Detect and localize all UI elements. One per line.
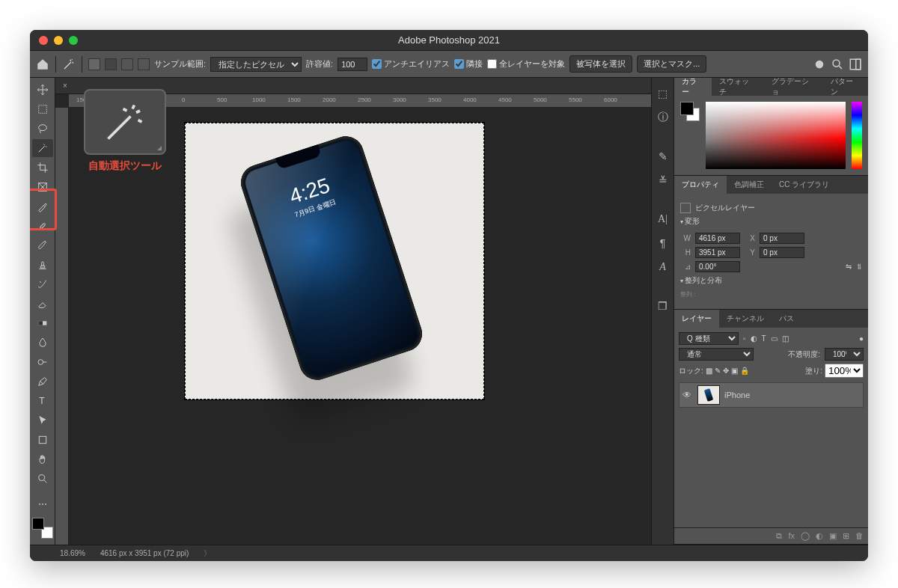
magic-wand-tool[interactable] bbox=[32, 139, 53, 157]
height-input[interactable] bbox=[695, 247, 740, 258]
blend-mode-select[interactable]: 通常 bbox=[679, 348, 754, 361]
color-fg-bg[interactable] bbox=[680, 102, 700, 121]
lock-trans-icon[interactable]: ▩ bbox=[706, 367, 712, 375]
blur-tool[interactable] bbox=[32, 334, 53, 352]
filter-type-icon[interactable]: T bbox=[762, 334, 766, 343]
layer-item[interactable]: 👁 iPhone bbox=[679, 382, 864, 408]
panel-paragraph-icon[interactable]: ¶ bbox=[655, 235, 671, 251]
magic-wand-preset-icon[interactable] bbox=[62, 58, 76, 71]
fill-select[interactable]: 100% bbox=[825, 364, 864, 378]
dodge-tool[interactable] bbox=[32, 353, 53, 371]
link-layers-icon[interactable]: ⧉ bbox=[776, 531, 782, 541]
type-tool[interactable]: T bbox=[32, 392, 53, 410]
frame-tool[interactable] bbox=[32, 178, 53, 196]
new-group-icon[interactable]: ▣ bbox=[829, 531, 837, 541]
layer-thumbnail[interactable] bbox=[697, 385, 720, 405]
transform-section[interactable]: 変形 bbox=[680, 213, 862, 230]
panel-adjustments-icon[interactable]: ≚ bbox=[655, 172, 671, 189]
lock-all-icon[interactable]: 🔒 bbox=[740, 367, 749, 375]
sample-size-select[interactable]: 指定したピクセル bbox=[210, 57, 302, 72]
tolerance-input[interactable] bbox=[337, 58, 367, 71]
lock-artboard-icon[interactable]: ▣ bbox=[731, 367, 738, 375]
crop-tool[interactable] bbox=[32, 159, 53, 177]
shape-tool[interactable] bbox=[32, 431, 53, 449]
workspace-icon[interactable] bbox=[849, 58, 862, 71]
selection-add-icon[interactable] bbox=[105, 58, 117, 70]
selection-new-icon[interactable] bbox=[88, 58, 100, 70]
tab-adjustments[interactable]: 色調補正 bbox=[727, 176, 772, 194]
tab-gradients[interactable]: グラデーショ bbox=[764, 78, 824, 96]
eyedropper-tool[interactable] bbox=[32, 197, 53, 215]
doc-tab[interactable]: × bbox=[55, 82, 75, 90]
all-layers-check[interactable]: 全レイヤーを対象 bbox=[487, 58, 565, 70]
filter-shape-icon[interactable]: ▭ bbox=[771, 334, 778, 343]
zoom-tool[interactable] bbox=[32, 470, 53, 488]
layer-mask-icon[interactable]: ◯ bbox=[801, 531, 810, 541]
opacity-select[interactable]: 100% bbox=[825, 348, 864, 361]
path-selection-tool[interactable] bbox=[32, 411, 53, 429]
tab-layers[interactable]: レイヤー bbox=[674, 310, 719, 328]
zoom-icon[interactable] bbox=[69, 36, 78, 45]
align-section[interactable]: 整列と分布 bbox=[680, 272, 862, 289]
selection-intersect-icon[interactable] bbox=[138, 58, 150, 70]
marquee-tool[interactable] bbox=[32, 100, 53, 118]
layer-fx-icon[interactable]: fx bbox=[788, 531, 795, 541]
tab-libraries[interactable]: CC ライブラリ bbox=[772, 176, 837, 194]
filter-smart-icon[interactable]: ◫ bbox=[782, 334, 789, 343]
filter-pixel-icon[interactable]: ▫ bbox=[743, 334, 746, 343]
healing-tool[interactable] bbox=[32, 217, 53, 235]
delete-layer-icon[interactable]: 🗑 bbox=[855, 531, 864, 541]
new-fill-icon[interactable]: ◐ bbox=[816, 531, 823, 541]
eraser-tool[interactable] bbox=[32, 295, 53, 313]
stamp-tool[interactable] bbox=[32, 256, 53, 274]
tab-color[interactable]: カラー bbox=[674, 78, 712, 96]
filter-toggle-icon[interactable]: ● bbox=[859, 334, 864, 343]
fg-bg-swatch[interactable] bbox=[32, 518, 53, 539]
angle-input[interactable] bbox=[695, 261, 740, 272]
select-subject-button[interactable]: 被写体を選択 bbox=[569, 55, 632, 73]
brush-tool[interactable] bbox=[32, 236, 53, 254]
width-input[interactable] bbox=[695, 233, 740, 244]
move-tool[interactable] bbox=[32, 81, 53, 99]
panel-character-icon[interactable]: A| bbox=[655, 211, 671, 227]
flip-v-icon[interactable]: ⥮ bbox=[856, 263, 862, 271]
x-input[interactable] bbox=[760, 233, 804, 244]
gradient-tool[interactable] bbox=[32, 314, 53, 332]
lasso-tool[interactable] bbox=[32, 120, 53, 138]
select-and-mask-button[interactable]: 選択とマスク... bbox=[637, 55, 706, 73]
hue-slider[interactable] bbox=[852, 102, 862, 169]
canvas[interactable]: 自動選択ツール 4:25 7月9日 金曜日 bbox=[69, 108, 651, 545]
edit-toolbar[interactable]: ⋯ bbox=[32, 495, 53, 513]
lock-paint-icon[interactable]: ✎ bbox=[715, 367, 721, 375]
layer-filter-select[interactable]: Q 種類 bbox=[679, 332, 739, 345]
search-icon[interactable] bbox=[831, 58, 844, 71]
minimize-icon[interactable] bbox=[54, 36, 63, 45]
new-layer-icon[interactable]: ⊞ bbox=[843, 531, 849, 541]
panel-info-icon[interactable]: ⓘ bbox=[655, 109, 671, 126]
tab-patterns[interactable]: パターン bbox=[823, 78, 868, 96]
pen-tool[interactable] bbox=[32, 373, 53, 391]
panel-glyphs-icon[interactable]: A bbox=[655, 259, 671, 275]
tab-channels[interactable]: チャンネル bbox=[719, 310, 772, 328]
filter-adjust-icon[interactable]: ◐ bbox=[751, 334, 757, 343]
selection-subtract-icon[interactable] bbox=[121, 58, 133, 70]
tab-swatches[interactable]: スウォッチ bbox=[712, 78, 764, 96]
zoom-level[interactable]: 18.69% bbox=[60, 549, 85, 557]
antialias-check[interactable]: アンチエイリアス bbox=[372, 58, 450, 70]
history-brush-tool[interactable] bbox=[32, 275, 53, 293]
panel-histogram-icon[interactable]: ⬚ bbox=[655, 85, 671, 102]
lock-pos-icon[interactable]: ✥ bbox=[723, 367, 729, 375]
panel-brushes-icon[interactable]: ✎ bbox=[655, 148, 671, 165]
visibility-icon[interactable]: 👁 bbox=[682, 390, 693, 400]
tab-paths[interactable]: パス bbox=[772, 310, 801, 328]
panel-3d-icon[interactable]: ❒ bbox=[655, 298, 671, 314]
close-icon[interactable] bbox=[39, 36, 48, 45]
tab-properties[interactable]: プロパティ bbox=[674, 176, 727, 194]
hand-tool[interactable] bbox=[32, 450, 53, 468]
flip-h-icon[interactable]: ⇋ bbox=[846, 263, 852, 271]
home-icon[interactable] bbox=[36, 58, 49, 71]
cloud-icon[interactable] bbox=[813, 58, 826, 71]
y-input[interactable] bbox=[760, 247, 804, 258]
contiguous-check[interactable]: 隣接 bbox=[454, 58, 483, 70]
color-field[interactable] bbox=[706, 102, 846, 169]
